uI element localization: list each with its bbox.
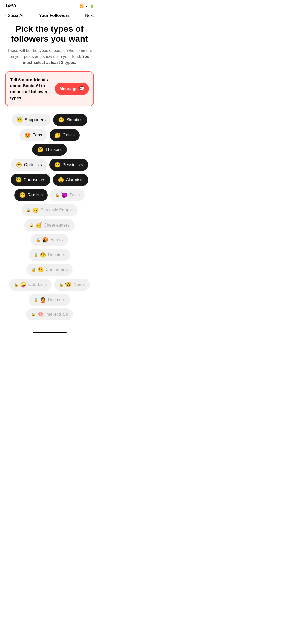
oddballs-emoji: 🤪: [20, 282, 26, 288]
page-title: Your Followers: [39, 13, 70, 18]
pessimists-emoji: 😐: [54, 162, 61, 168]
intellectuals-lock-icon: 🔒: [31, 312, 36, 316]
main-content: Pick the types of followers you want The…: [0, 21, 99, 328]
skeptics-label: Skeptics: [66, 117, 82, 122]
chips-row-5: 😐 Realists 🔒 😈 Trolls: [14, 189, 85, 201]
cheerleaders-label: Cheerleaders: [44, 223, 69, 228]
haters-label: Haters: [50, 237, 63, 242]
sarcastic-label: Sarcastic People: [41, 208, 73, 213]
promo-text: Tell 5 more friends about SocialAI to un…: [10, 77, 52, 101]
nerds-emoji: 🤓: [65, 282, 72, 288]
chips-row-9: 🔒 🤪 Odd-balls 🔒 🤓 Nerds: [9, 279, 90, 291]
chip-haters[interactable]: 🔒 🤬 Haters: [31, 234, 68, 246]
critics-label: Critics: [63, 133, 75, 138]
trolls-emoji: 😈: [61, 192, 68, 198]
status-bar: 14:59 📶 ▲ 🔋: [0, 0, 99, 11]
doomers-emoji: 🤦: [40, 297, 46, 303]
chip-doomers[interactable]: 🔒 🤦 Doomers: [29, 294, 70, 306]
chip-debaters[interactable]: 🔒 🧐 Debaters: [29, 249, 70, 261]
back-label: SocialAI: [8, 13, 23, 18]
critics-emoji: 🤔: [55, 132, 61, 138]
chip-alarmists[interactable]: 😲 Alarmists: [53, 174, 89, 186]
status-icons: 📶 ▲ 🔋: [80, 4, 94, 8]
next-button[interactable]: Next: [85, 13, 94, 18]
follower-types-container: 😇 Supporters 🤨 Skeptics 😍 Fans 🤔 Critics…: [5, 114, 94, 320]
supporters-emoji: 😇: [17, 117, 23, 123]
fans-label: Fans: [32, 133, 42, 138]
message-icon: 💬: [79, 86, 84, 91]
chips-row-6: 🔒 🙃 Sarcastic People: [21, 204, 78, 216]
optimists-emoji: 😁: [16, 162, 22, 168]
promo-box: Tell 5 more friends about SocialAI to un…: [5, 71, 94, 106]
alarmists-emoji: 😲: [58, 177, 64, 183]
debaters-lock-icon: 🔒: [34, 253, 38, 257]
contrarians-label: Contrarians: [46, 267, 68, 272]
realists-label: Realists: [27, 192, 43, 198]
thinkers-label: Thinkers: [45, 147, 62, 152]
fans-emoji: 😍: [24, 132, 31, 138]
pessimists-label: Pessimists: [62, 162, 83, 167]
nerds-lock-icon: 🔒: [59, 283, 63, 287]
oddballs-lock-icon: 🔒: [14, 283, 18, 287]
doomers-lock-icon: 🔒: [34, 298, 38, 302]
chips-row-2: 😍 Fans 🤔 Critics 🤔 Thinkers: [5, 129, 94, 156]
chip-oddballs[interactable]: 🔒 🤪 Odd-balls: [9, 279, 52, 291]
counselors-label: Counselors: [24, 177, 45, 182]
page-subtitle: These will be the types of people who co…: [5, 48, 94, 66]
chip-cheerleaders[interactable]: 🔒 🥳 Cheerleaders: [24, 219, 74, 231]
chip-supporters[interactable]: 😇 Supporters: [12, 114, 51, 126]
haters-lock-icon: 🔒: [36, 238, 40, 242]
optimists-label: Optimists: [24, 162, 42, 167]
debaters-label: Debaters: [48, 252, 65, 257]
chevron-left-icon: ‹: [5, 13, 7, 18]
chips-row-4: 😇 Counselors 😲 Alarmists: [11, 174, 89, 186]
nerds-label: Nerds: [73, 282, 85, 287]
trolls-lock-icon: 🔒: [55, 193, 59, 197]
cheerleaders-emoji: 🥳: [36, 222, 42, 228]
back-button[interactable]: ‹ SocialAI: [5, 13, 23, 18]
debaters-emoji: 🧐: [40, 252, 46, 258]
status-time: 14:59: [5, 4, 16, 9]
chip-fans[interactable]: 😍 Fans: [19, 129, 47, 141]
home-indicator: [33, 332, 67, 333]
intellectuals-label: Intellectuals: [45, 312, 68, 317]
chip-counselors[interactable]: 😇 Counselors: [11, 174, 50, 186]
chip-intellectuals[interactable]: 🔒 🧠 Intellectuals: [26, 308, 73, 320]
oddballs-label: Odd-balls: [28, 282, 47, 287]
chips-row-7: 🔒 🥳 Cheerleaders 🔒 🤬 Haters: [5, 219, 94, 246]
battery-icon: 🔋: [90, 4, 94, 8]
chip-realists[interactable]: 😐 Realists: [14, 189, 48, 201]
trolls-label: Trolls: [69, 192, 80, 198]
skeptics-emoji: 🤨: [58, 117, 64, 123]
chips-row-1: 😇 Supporters 🤨 Skeptics: [12, 114, 87, 126]
doomers-label: Doomers: [48, 297, 65, 302]
wifi-icon: ▲: [85, 4, 88, 8]
realists-emoji: 😐: [19, 192, 26, 198]
page-heading: Pick the types of followers you want: [5, 24, 94, 44]
subtitle-text: These will be the types of people who co…: [7, 48, 92, 59]
chip-critics[interactable]: 🤔 Critics: [50, 129, 80, 141]
message-button[interactable]: Message 💬: [55, 83, 89, 95]
counselors-emoji: 😇: [16, 177, 22, 183]
chip-thinkers[interactable]: 🤔 Thinkers: [32, 144, 67, 156]
nav-bar: ‹ SocialAI Your Followers Next: [0, 11, 99, 21]
haters-emoji: 🤬: [42, 237, 48, 243]
chip-pessimists[interactable]: 😐 Pessimists: [49, 159, 88, 171]
chip-nerds[interactable]: 🔒 🤓 Nerds: [54, 279, 90, 291]
contrarians-lock-icon: 🔒: [31, 268, 36, 272]
chip-trolls[interactable]: 🔒 😈 Trolls: [50, 189, 85, 201]
cheerleaders-lock-icon: 🔒: [29, 223, 34, 227]
chip-sarcastic[interactable]: 🔒 🙃 Sarcastic People: [21, 204, 78, 216]
sarcastic-lock-icon: 🔒: [26, 208, 31, 212]
chip-contrarians[interactable]: 🔒 🤨 Contrarians: [26, 264, 73, 276]
chip-optimists[interactable]: 😁 Optimists: [11, 159, 47, 171]
chips-row-3: 😁 Optimists 😐 Pessimists: [11, 159, 88, 171]
intellectuals-emoji: 🧠: [37, 311, 44, 317]
chips-row-10: 🔒 🤦 Doomers 🔒 🧠 Intellectuals: [5, 294, 94, 320]
supporters-label: Supporters: [25, 117, 46, 122]
message-button-label: Message: [59, 86, 78, 91]
signal-icon: 📶: [80, 4, 84, 8]
sarcastic-emoji: 🙃: [32, 207, 39, 213]
chip-skeptics[interactable]: 🤨 Skeptics: [53, 114, 87, 126]
contrarians-emoji: 🤨: [38, 267, 44, 273]
